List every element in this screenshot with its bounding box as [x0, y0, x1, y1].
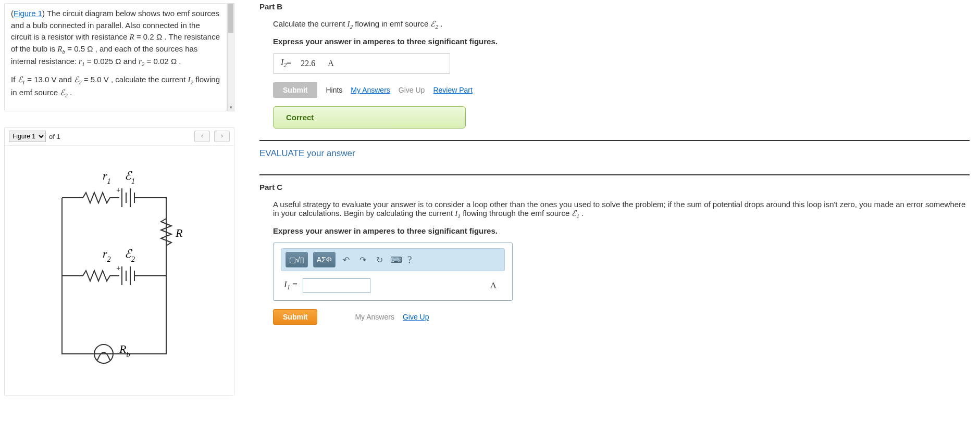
- templates-button[interactable]: ▢√▯: [286, 252, 308, 267]
- part-c-answer-input[interactable]: [303, 278, 370, 293]
- part-b-correct-feedback: Correct: [273, 106, 466, 129]
- part-b-title: Part B: [259, 2, 970, 11]
- figure-select[interactable]: Figure 1: [9, 131, 46, 142]
- part-c-answer-zone: ▢√▯ ΑΣΦ ↶ ↷ ↻ ⌨ ? I1 = A: [273, 243, 513, 301]
- undo-icon[interactable]: ↶: [341, 254, 352, 265]
- section-divider-2: [259, 174, 970, 175]
- keyboard-icon[interactable]: ⌨: [391, 254, 402, 265]
- part-c-title: Part C: [259, 183, 970, 192]
- part-b-format: Express your answer in amperes to three …: [273, 37, 970, 46]
- equation-toolbar: ▢√▯ ΑΣΦ ↶ ↷ ↻ ⌨ ?: [281, 248, 505, 271]
- redo-icon[interactable]: ↷: [357, 254, 369, 265]
- svg-text:+: +: [116, 264, 120, 272]
- part-b-give-up: Give Up: [399, 86, 425, 94]
- part-b-submit-button[interactable]: Submit: [273, 82, 317, 98]
- figure-next-button[interactable]: ›: [214, 131, 230, 142]
- label-Rb: Rb: [119, 342, 130, 359]
- section-divider: [259, 140, 970, 141]
- part-c-my-answers: My Answers: [355, 313, 394, 321]
- figure-link[interactable]: Figure 1: [14, 9, 42, 18]
- part-b-hints: Hints: [326, 86, 342, 94]
- label-R: R: [175, 226, 183, 239]
- part-c-instruction: A useful strategy to evaluate your answe…: [273, 200, 970, 219]
- part-b-instruction: Calculate the current I2 flowing in emf …: [273, 19, 970, 30]
- label-r2: r2: [103, 247, 111, 263]
- evaluate-heading: EVALUATE your answer: [259, 148, 970, 159]
- problem-statement: (Figure 1) The circuit diagram below sho…: [4, 3, 227, 111]
- label-E2: ℰ2: [125, 247, 135, 263]
- figure-prev-button[interactable]: ‹: [194, 131, 210, 142]
- reset-icon[interactable]: ↻: [374, 254, 386, 265]
- scroll-down-icon[interactable]: ▾: [228, 104, 234, 111]
- circuit-diagram: + r1 ℰ1 + r2 ℰ: [5, 146, 234, 396]
- label-r1: r1: [103, 169, 111, 185]
- help-icon[interactable]: ?: [407, 254, 412, 266]
- figure-count: of 1: [49, 133, 60, 141]
- part-b-my-answers-link[interactable]: My Answers: [351, 86, 390, 94]
- figure-panel: Figure 1 of 1 ‹ ›: [4, 127, 234, 396]
- part-c-submit-button[interactable]: Submit: [273, 309, 317, 325]
- part-b-review-link[interactable]: Review Part: [433, 86, 472, 94]
- problem-scrollbar[interactable]: ▾: [227, 3, 234, 111]
- part-c-format: Express your answer in amperes to three …: [273, 226, 970, 235]
- greek-button[interactable]: ΑΣΦ: [313, 252, 336, 267]
- part-c-unit: A: [490, 280, 505, 291]
- label-E1: ℰ1: [125, 169, 135, 185]
- part-c-give-up-link[interactable]: Give Up: [403, 313, 429, 321]
- svg-text:+: +: [116, 186, 120, 194]
- part-b-answer-display: I2 = 22.6 A: [273, 53, 450, 74]
